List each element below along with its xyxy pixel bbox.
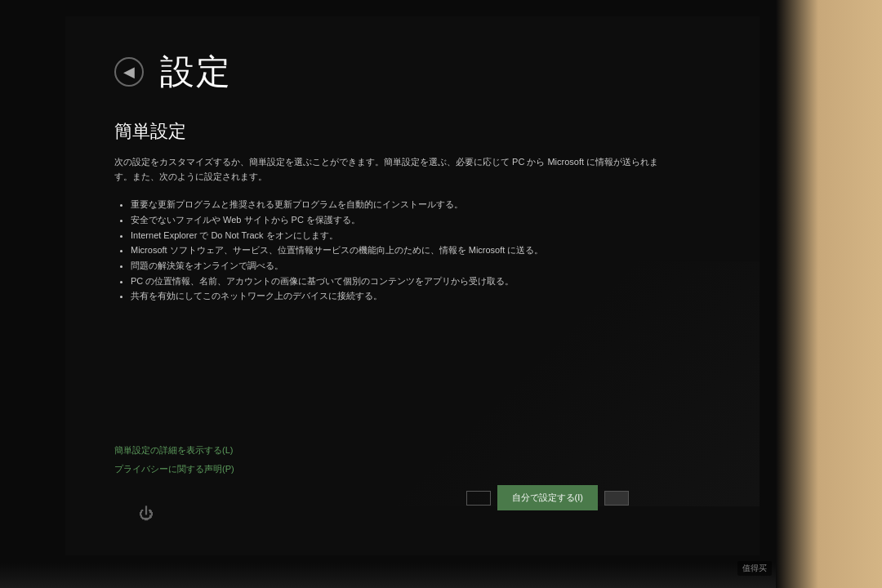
express-details-link[interactable]: 簡単設定の詳細を表示する(L) — [114, 444, 234, 457]
small-action-button[interactable] — [604, 491, 629, 506]
page-header: ◀ 設定 — [114, 49, 710, 95]
bezel-bottom — [0, 564, 776, 588]
power-symbol: ⏻ — [139, 506, 154, 522]
section-title: 簡単設定 — [114, 119, 710, 144]
custom-settings-button[interactable] — [466, 491, 491, 506]
page-title: 設定 — [160, 49, 232, 95]
list-item: Microsoft ソフトウェア、サービス、位置情報サービスの機能向上のために、… — [131, 243, 686, 258]
back-icon: ◀ — [123, 63, 135, 81]
watermark: 值得买 — [737, 561, 772, 576]
screen-content: ◀ 設定 簡単設定 次の設定をカスタマイズするか、簡単設定を選ぶことができます。… — [65, 16, 760, 555]
back-button[interactable]: ◀ — [114, 57, 144, 87]
list-item: Internet Explorer で Do Not Track をオンにします… — [131, 228, 686, 243]
power-icon[interactable]: ⏻ — [139, 506, 154, 523]
list-item: 重要な更新プログラムと推奨される更新プログラムを自動的にインストールする。 — [131, 197, 686, 212]
express-settings-button[interactable]: 自分で設定する(I) — [497, 485, 598, 510]
bottom-links: 簡単設定の詳細を表示する(L) プライバシーに関する声明(P) — [114, 444, 234, 482]
list-item: PC の位置情報、名前、アカウントの画像に基づいて個別のコンテンツをアプリから受… — [131, 274, 686, 289]
list-item: 安全でないファイルや Web サイトから PC を保護する。 — [131, 212, 686, 228]
list-item: 問題の解決策をオンラインで調べる。 — [131, 258, 686, 274]
bezel-right — [776, 0, 882, 588]
monitor-frame: ◀ 設定 簡単設定 次の設定をカスタマイズするか、簡単設定を選ぶことができます。… — [0, 0, 882, 588]
description-text: 次の設定をカスタマイズするか、簡単設定を選ぶことができます。簡単設定を選ぶ、必要… — [114, 155, 670, 184]
privacy-statement-link[interactable]: プライバシーに関する声明(P) — [114, 463, 234, 475]
bullet-list: 重要な更新プログラムと推奨される更新プログラムを自動的にインストールする。 安全… — [114, 197, 710, 304]
bottom-buttons: 自分で設定する(I) — [466, 485, 629, 510]
list-item: 共有を有効にしてこのネットワーク上のデバイスに接続する。 — [131, 288, 686, 304]
